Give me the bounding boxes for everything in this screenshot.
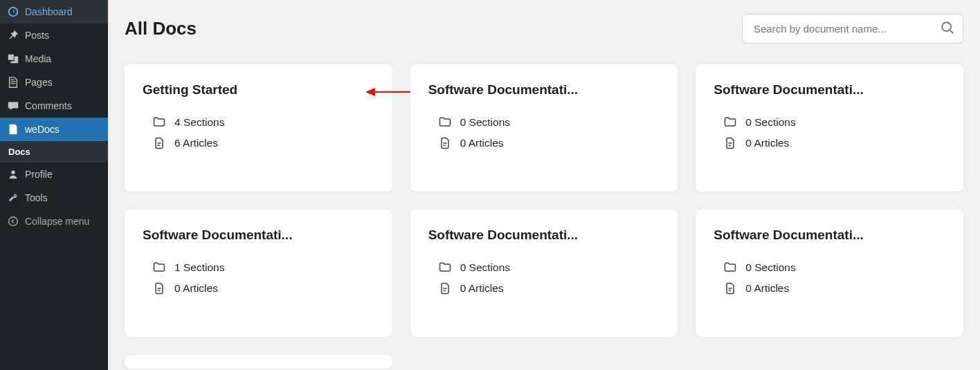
doc-icon	[7, 123, 19, 136]
search-wrapper	[742, 14, 963, 44]
sidebar-sub-docs[interactable]: Docs	[0, 141, 108, 163]
folder-icon	[723, 261, 737, 275]
docs-main: All Docs Getting Started 4 Sections 6 Ar…	[108, 0, 980, 370]
doc-sections-stat: 0 Sections	[428, 261, 660, 275]
doc-articles-stat: 0 Articles	[428, 281, 660, 295]
doc-card-title: Software Documentati...	[428, 82, 660, 98]
doc-card[interactable]: Software Documentati... 0 Sections 0 Art…	[410, 210, 678, 337]
sidebar-item-label: Pages	[25, 77, 53, 88]
doc-card[interactable]: Software Documentati... 0 Sections 0 Art…	[696, 210, 963, 337]
folder-icon	[152, 115, 166, 129]
doc-card-partial[interactable]	[125, 355, 392, 369]
dashboard-icon	[7, 6, 19, 18]
article-icon	[152, 136, 166, 150]
user-icon	[7, 168, 19, 181]
sidebar-item-dashboard[interactable]: Dashboard	[0, 0, 108, 24]
doc-sections-stat: 0 Sections	[714, 261, 945, 275]
article-icon	[438, 281, 452, 295]
svg-point-0	[9, 217, 18, 226]
doc-articles-stat: 0 Articles	[714, 281, 945, 295]
doc-sections-stat: 1 Sections	[143, 261, 374, 275]
folder-icon	[723, 115, 737, 129]
sidebar-item-posts[interactable]: Posts	[0, 24, 108, 47]
collapse-icon	[7, 215, 19, 228]
sidebar-item-label: Posts	[25, 30, 49, 41]
sidebar-item-label: weDocs	[25, 124, 60, 135]
sidebar-item-label: Media	[25, 53, 51, 64]
doc-card-title: Software Documentati...	[714, 228, 945, 243]
doc-sections-stat: 0 Sections	[714, 115, 945, 129]
doc-card[interactable]: Software Documentati... 1 Sections 0 Art…	[125, 210, 392, 337]
article-icon	[723, 281, 737, 295]
sidebar-item-comments[interactable]: Comments	[0, 94, 108, 118]
page-header: All Docs	[125, 14, 963, 44]
article-icon	[438, 136, 452, 150]
doc-card[interactable]: Software Documentati... 0 Sections 0 Art…	[696, 64, 963, 192]
sidebar-item-tools[interactable]: Tools	[0, 186, 108, 210]
doc-card[interactable]: Software Documentati... 0 Sections 0 Art…	[410, 64, 678, 192]
sidebar-item-wedocs[interactable]: weDocs	[0, 118, 108, 141]
sidebar-collapse[interactable]: Collapse menu	[0, 210, 108, 233]
sidebar-item-label: Tools	[25, 192, 48, 203]
doc-articles-stat: 0 Articles	[428, 136, 660, 150]
doc-card-title: Software Documentati...	[428, 228, 660, 243]
sidebar-item-label: Collapse menu	[25, 216, 89, 227]
media-icon	[7, 53, 19, 65]
doc-card-title: Getting Started	[143, 82, 374, 98]
wrench-icon	[7, 192, 19, 204]
doc-card-title: Software Documentati...	[714, 82, 945, 98]
sidebar-item-label: Profile	[25, 169, 53, 180]
search-input[interactable]	[742, 14, 963, 44]
doc-articles-stat: 6 Articles	[143, 136, 374, 150]
doc-card[interactable]: Getting Started 4 Sections 6 Articles	[125, 64, 392, 192]
folder-icon	[438, 261, 452, 275]
sidebar-item-profile[interactable]: Profile	[0, 163, 108, 186]
sidebar-item-label: Comments	[25, 100, 72, 111]
page-icon	[7, 76, 19, 89]
folder-icon	[438, 115, 452, 129]
doc-card-title: Software Documentati...	[143, 228, 374, 243]
doc-sections-stat: 4 Sections	[143, 115, 374, 129]
pin-icon	[7, 29, 19, 41]
docs-grid: Getting Started 4 Sections 6 Articles So…	[125, 64, 963, 369]
article-icon	[723, 136, 737, 150]
doc-articles-stat: 0 Articles	[143, 281, 374, 295]
page-title: All Docs	[125, 18, 197, 39]
sidebar-item-media[interactable]: Media	[0, 47, 108, 71]
folder-icon	[152, 261, 166, 275]
sidebar-item-label: Dashboard	[25, 6, 73, 17]
svg-point-1	[942, 22, 951, 31]
doc-sections-stat: 0 Sections	[428, 115, 660, 129]
comment-icon	[7, 100, 19, 112]
doc-articles-stat: 0 Articles	[714, 136, 945, 150]
sidebar-item-pages[interactable]: Pages	[0, 71, 108, 94]
admin-sidebar: Dashboard Posts Media Pages Comments weD…	[0, 0, 108, 370]
search-icon[interactable]	[940, 20, 955, 38]
article-icon	[152, 281, 166, 295]
